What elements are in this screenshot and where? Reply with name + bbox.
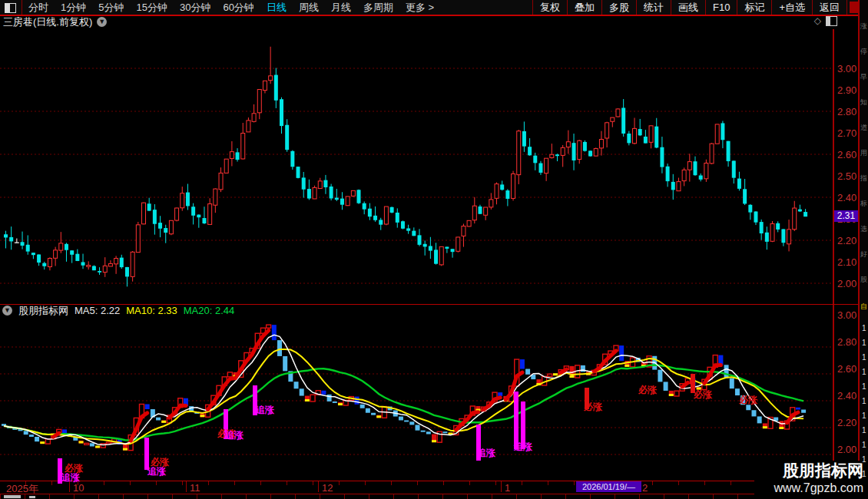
strip-char: 选 — [860, 224, 867, 234]
window-panel-icon[interactable] — [5, 3, 16, 13]
month-label-2: 2 — [642, 482, 648, 494]
main-axis-label: 2.20 — [837, 235, 856, 246]
period-tab-30分钟[interactable]: 30分钟 — [174, 1, 217, 15]
period-tab-1分钟[interactable]: 1分钟 — [55, 1, 92, 15]
main-axis-label: 2.40 — [837, 192, 856, 203]
signal-label-追涨: 追涨 — [514, 441, 532, 454]
strip-rank-digit: 1 — [862, 353, 866, 362]
last-price-tag: 2.31 — [834, 210, 858, 222]
toolbar-button-画线[interactable]: 画线 — [671, 0, 705, 15]
indicator-axis-label: 2.00 — [837, 444, 856, 455]
strip-rank-digit: 1 — [862, 382, 866, 391]
strip-rank-digit: 1 — [862, 324, 866, 332]
indicator-axis-label: 3.00 — [837, 309, 856, 321]
period-tabs: 分时1分钟5分钟15分钟30分钟60分钟日线周线月线多周期更多 > — [22, 1, 440, 15]
strip-rank-digit: 1 — [862, 426, 866, 435]
main-axis-label: 2.10 — [837, 256, 856, 268]
strip-char: 指 — [860, 173, 867, 183]
strip-char: 停 — [860, 47, 867, 57]
date-highlight: 2026/01/19/— — [576, 481, 641, 492]
indicator-axis-label: 2.20 — [837, 417, 856, 428]
strip-char: 道 — [860, 123, 867, 133]
toolbar-button-标记[interactable]: 标记 — [737, 0, 771, 15]
main-candlestick-chart[interactable] — [0, 29, 833, 304]
stock-title: 三房巷(日线.前复权) — [3, 15, 92, 29]
period-tab-周线[interactable]: 周线 — [293, 1, 325, 15]
signal-label-必涨: 必涨 — [638, 384, 657, 397]
indicator-axis-label: 2.60 — [837, 363, 856, 375]
time-axis-ticks — [0, 481, 833, 485]
toolbar-button-叠加[interactable]: 叠加 — [567, 0, 601, 15]
strip-char: 知 — [860, 97, 867, 107]
month-label-12: 12 — [322, 482, 333, 494]
month-separator — [318, 481, 319, 492]
main-axis-label: 2.00 — [837, 278, 856, 289]
main-axis-label: 2.60 — [837, 149, 856, 160]
watermark: 股朋指标网 www.7gpzb.com — [754, 461, 868, 499]
strip-char: 早 — [860, 72, 867, 82]
main-axis-label: 2.80 — [837, 106, 856, 117]
toolbar-button-统计[interactable]: 统计 — [636, 0, 671, 15]
collapse-chevron-icon[interactable]: ▼ — [97, 17, 107, 27]
period-tab-日线[interactable]: 日线 — [260, 1, 293, 15]
signal-label-追涨: 追涨 — [147, 465, 166, 478]
toolbar-button-F10[interactable]: F10 — [705, 0, 737, 15]
month-label-11: 11 — [190, 482, 200, 494]
strip-char: 涨 — [860, 21, 867, 31]
chart-title-bar: 三房巷(日线.前复权) ▼ — [0, 15, 833, 28]
toolbar-button-复权[interactable]: 复权 — [532, 0, 567, 15]
strip-char: 股 — [860, 275, 867, 285]
period-tab-60分钟[interactable]: 60分钟 — [217, 1, 260, 15]
clipped-pane-fragment — [29, 496, 35, 498]
layout-panel-icon[interactable] — [826, 16, 837, 26]
toolbar-button-多股[interactable]: 多股 — [601, 0, 636, 15]
month-label-10: 10 — [73, 482, 84, 494]
strip-rank-digit: 1 — [862, 397, 866, 405]
strip-rank-digit: 1 — [862, 368, 866, 376]
toolbar-button-返回[interactable]: 返回 — [812, 0, 847, 15]
strip-rank-digit: 1 — [862, 339, 866, 347]
strip-char: 好 — [860, 250, 867, 259]
period-tab-更多 >[interactable]: 更多 > — [399, 1, 440, 15]
strip-rank-digit: 1 — [862, 455, 866, 464]
diamond-icon[interactable]: ◇ — [814, 15, 821, 26]
strip-rank-digit: 1 — [862, 441, 866, 449]
strip-char: 标 — [860, 199, 867, 209]
watermark-site-name: 股朋指标网 — [754, 461, 863, 481]
strip-rank-digit: 1 — [862, 411, 866, 420]
period-tab-5分钟[interactable]: 5分钟 — [92, 1, 130, 15]
strip-rank-digit: 1 — [862, 470, 866, 478]
strip-char-yellow: 自 — [860, 302, 867, 312]
period-tab-月线[interactable]: 月线 — [325, 1, 357, 15]
signal-label-必涨: 必涨 — [739, 394, 757, 407]
month-separator — [69, 481, 70, 492]
strip-char: 用 — [860, 148, 867, 158]
toolbar-button-+自选[interactable]: +自选 — [771, 0, 812, 15]
month-label-1: 1 — [505, 482, 510, 494]
signal-label-追涨: 追涨 — [256, 404, 274, 417]
watermark-url: www.7gpzb.com — [754, 481, 863, 496]
next-pane-clipped-strip — [0, 494, 858, 499]
signal-label-必涨: 必涨 — [584, 401, 602, 414]
month-separator — [186, 481, 187, 492]
period-tab-分时[interactable]: 分时 — [22, 1, 55, 15]
signal-label-必涨: 必涨 — [694, 388, 712, 402]
toolbar-right-buttons: 复权叠加多股统计画线F10标记+自选返回 — [532, 0, 847, 15]
main-axis-label: 2.90 — [837, 84, 856, 96]
main-axis-label: 3.00 — [837, 63, 856, 74]
period-tab-15分钟[interactable]: 15分钟 — [130, 1, 173, 15]
period-tab-多周期[interactable]: 多周期 — [357, 1, 399, 15]
plot-right-border — [833, 29, 834, 499]
signal-label-追涨: 追涨 — [225, 429, 244, 442]
top-toolbar: 分时1分钟5分钟15分钟30分钟60分钟日线周线月线多周期更多 > 复权叠加多股… — [0, 0, 859, 16]
indicator-axis-label: 2.80 — [837, 336, 856, 348]
main-axis-label: 2.50 — [837, 170, 856, 182]
indicator-axis-label: 2.40 — [837, 390, 856, 402]
month-separator — [501, 481, 502, 492]
main-axis-label: 2.70 — [837, 127, 856, 139]
clipped-pane-fragment — [4, 495, 21, 498]
signal-label-追涨: 追涨 — [477, 447, 495, 460]
